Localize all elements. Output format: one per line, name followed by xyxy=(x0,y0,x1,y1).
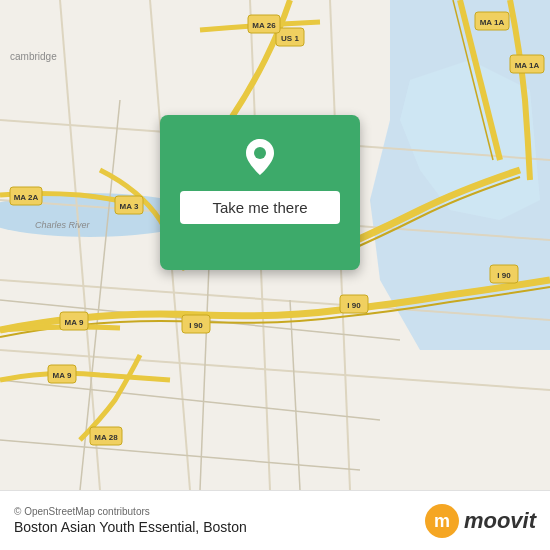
svg-line-5 xyxy=(60,0,100,490)
location-card: Take me there xyxy=(160,115,360,270)
svg-text:Charles River: Charles River xyxy=(35,220,91,230)
svg-text:I 90: I 90 xyxy=(347,301,361,310)
svg-text:MA 3: MA 3 xyxy=(120,202,139,211)
moovit-icon: m xyxy=(424,503,460,539)
svg-text:MA 9: MA 9 xyxy=(53,371,72,380)
svg-line-4 xyxy=(0,350,550,390)
svg-line-11 xyxy=(0,440,360,470)
svg-text:I 90: I 90 xyxy=(497,271,511,280)
svg-text:m: m xyxy=(434,511,450,531)
svg-text:cambridge: cambridge xyxy=(10,51,57,62)
svg-line-14 xyxy=(290,300,300,490)
svg-text:MA 28: MA 28 xyxy=(94,433,118,442)
svg-point-42 xyxy=(254,147,266,159)
map-attribution: © OpenStreetMap contributors xyxy=(14,506,247,517)
svg-line-10 xyxy=(0,380,380,420)
svg-text:MA 26: MA 26 xyxy=(252,21,276,30)
take-me-there-button[interactable]: Take me there xyxy=(180,191,340,224)
location-name: Boston Asian Youth Essential, Boston xyxy=(14,519,247,535)
svg-text:I 90: I 90 xyxy=(189,321,203,330)
map-pin-icon xyxy=(238,135,282,179)
svg-text:US 1: US 1 xyxy=(281,34,299,43)
svg-text:MA 1A: MA 1A xyxy=(480,18,505,27)
moovit-logo: m moovit xyxy=(424,503,536,539)
bottom-info: © OpenStreetMap contributors Boston Asia… xyxy=(14,506,247,535)
svg-text:MA 9: MA 9 xyxy=(65,318,84,327)
bottom-bar: © OpenStreetMap contributors Boston Asia… xyxy=(0,490,550,550)
moovit-label: moovit xyxy=(464,508,536,534)
svg-text:MA 1A: MA 1A xyxy=(515,61,540,70)
svg-text:MA 2A: MA 2A xyxy=(14,193,39,202)
map-container: MA 1A MA 1A US 1 MA 26 MA 2A MA 3 MA 9 M… xyxy=(0,0,550,490)
